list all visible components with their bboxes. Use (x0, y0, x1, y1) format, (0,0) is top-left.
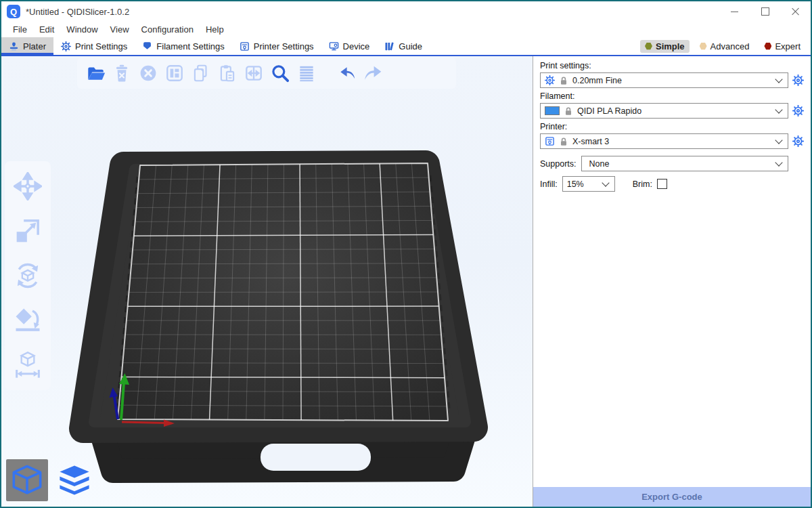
open-file-icon[interactable] (85, 63, 106, 83)
3d-viewport[interactable] (1, 56, 533, 507)
guide-books-icon (384, 41, 394, 51)
delete-icon[interactable] (112, 63, 132, 83)
tab-bar: Plater Print Settings Filament Settings … (1, 37, 811, 56)
filament-select[interactable]: QIDI PLA Rapido (540, 103, 788, 119)
filament-color-swatch (545, 106, 560, 115)
mode-advanced[interactable]: Advanced (695, 40, 754, 53)
variable-layer-height-icon[interactable] (296, 63, 317, 83)
maximize-button[interactable] (750, 1, 780, 22)
3d-editor-view-button[interactable] (6, 459, 48, 501)
mode-simple-label: Simple (656, 41, 685, 51)
print-settings-edit-gear-icon[interactable] (792, 75, 804, 86)
place-on-face-gizmo-icon[interactable] (14, 306, 42, 335)
copy-icon[interactable] (191, 63, 211, 83)
layers-icon (56, 462, 93, 499)
close-button[interactable] (780, 1, 811, 22)
settings-sidebar: Print settings: 0.20mm Fine Filament: (533, 56, 811, 507)
printer-icon (545, 136, 555, 146)
filament-edit-gear-icon[interactable] (792, 105, 804, 117)
export-gcode-button[interactable]: Export G-code (533, 487, 811, 507)
chevron-down-icon (775, 158, 782, 166)
tab-filament-settings-label: Filament Settings (156, 41, 224, 51)
menu-view[interactable]: View (104, 24, 135, 35)
menu-configuration[interactable]: Configuration (135, 24, 200, 35)
expert-mode-icon (764, 43, 771, 50)
search-icon[interactable] (270, 63, 290, 83)
move-gizmo-icon[interactable] (14, 172, 42, 200)
redo-icon[interactable] (363, 63, 383, 83)
tab-printer-settings-label: Printer Settings (254, 41, 314, 51)
arrange-icon[interactable] (164, 63, 185, 83)
print-settings-select[interactable]: 0.20mm Fine (540, 72, 788, 88)
menu-file[interactable]: File (7, 24, 33, 35)
app-icon: Q (7, 5, 20, 18)
print-settings-label: Print settings: (540, 61, 804, 70)
chevron-down-icon (775, 106, 782, 113)
mode-switcher: Simple Advanced Expert (640, 37, 811, 55)
device-monitor-icon (329, 41, 339, 51)
print-settings-gear-icon (61, 41, 71, 51)
mode-simple[interactable]: Simple (640, 40, 690, 53)
filament-label: Filament: (540, 91, 804, 101)
printer-edit-gear-icon[interactable] (792, 135, 804, 147)
close-icon (792, 7, 800, 16)
undo-icon[interactable] (339, 63, 357, 83)
minimize-icon (731, 12, 738, 12)
minimize-button[interactable] (719, 1, 750, 22)
menu-help[interactable]: Help (200, 24, 230, 35)
mode-advanced-label: Advanced (710, 41, 750, 51)
supports-select[interactable]: None (581, 156, 788, 171)
infill-select[interactable]: 15% (562, 176, 615, 192)
infill-value: 15% (567, 179, 584, 189)
split-objects-icon[interactable] (244, 63, 264, 83)
view-mode-toggles (6, 459, 95, 501)
filament-value: QIDI PLA Rapido (577, 106, 641, 116)
print-profile-gear-icon (545, 75, 555, 85)
rotate-gizmo-icon[interactable] (14, 261, 42, 290)
tab-device-label: Device (343, 41, 370, 51)
simple-mode-icon (645, 43, 652, 50)
menu-edit[interactable]: Edit (33, 24, 60, 35)
mode-expert[interactable]: Expert (759, 40, 805, 53)
maximize-icon (761, 7, 769, 16)
chevron-down-icon (775, 75, 782, 83)
printer-icon (240, 41, 250, 51)
printer-value: X-smart 3 (572, 137, 609, 146)
paste-icon[interactable] (217, 63, 238, 83)
tab-guide-label: Guide (399, 41, 422, 51)
mode-expert-label: Expert (775, 41, 800, 51)
bed-3d-scene[interactable] (1, 56, 533, 507)
lock-icon (560, 76, 568, 85)
brim-label: Brim: (633, 179, 652, 189)
scale-gizmo-icon[interactable] (14, 217, 42, 245)
printer-select[interactable]: X-smart 3 (540, 133, 788, 149)
menu-window[interactable]: Window (60, 24, 104, 35)
window-title: *Untitled - QIDISlicer-1.0.2 (26, 7, 129, 17)
tab-device[interactable]: Device (321, 37, 378, 55)
infill-label: Infill: (540, 179, 558, 189)
tab-printer-settings[interactable]: Printer Settings (232, 37, 321, 55)
brim-checkbox[interactable] (657, 179, 667, 189)
tab-print-settings[interactable]: Print Settings (53, 37, 135, 55)
lock-icon (560, 137, 568, 146)
gizmo-toolbar (5, 161, 51, 390)
chevron-down-icon (775, 136, 782, 144)
filament-icon (142, 41, 152, 51)
delete-all-icon[interactable] (138, 63, 158, 83)
tab-plater[interactable]: Plater (1, 37, 53, 55)
measure-gizmo-icon[interactable] (14, 351, 42, 379)
object-toolbar (77, 58, 456, 89)
tab-print-settings-label: Print Settings (75, 41, 127, 51)
3d-view-cube-icon (10, 463, 44, 497)
preview-layers-button[interactable] (53, 459, 95, 501)
tab-plater-label: Plater (23, 41, 46, 51)
tab-guide[interactable]: Guide (377, 37, 430, 55)
plater-icon (9, 41, 19, 51)
advanced-mode-icon (700, 43, 707, 50)
menu-bar: File Edit Window View Configuration Help (1, 22, 811, 37)
supports-value: None (589, 159, 610, 169)
chevron-down-icon (602, 179, 609, 186)
tab-filament-settings[interactable]: Filament Settings (135, 37, 231, 55)
title-bar: Q *Untitled - QIDISlicer-1.0.2 (1, 1, 811, 22)
printer-label: Printer: (540, 122, 804, 131)
